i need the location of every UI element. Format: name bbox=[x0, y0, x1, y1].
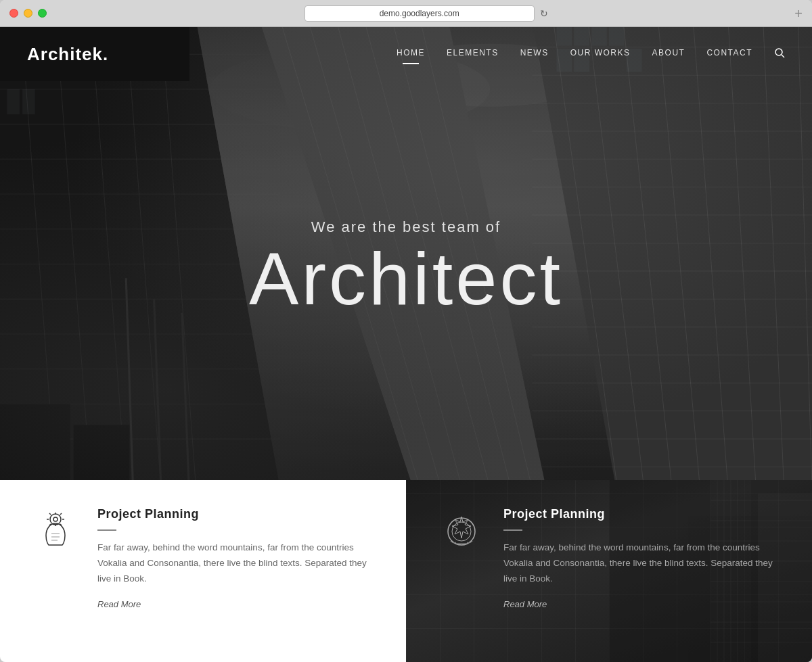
svg-point-85 bbox=[53, 517, 58, 521]
hero-title: Architect bbox=[249, 241, 563, 316]
svg-rect-68 bbox=[0, 404, 70, 480]
close-button[interactable] bbox=[9, 9, 18, 18]
card-text-light: Far far away, behind the word mountains,… bbox=[97, 540, 372, 587]
svg-line-10 bbox=[161, 27, 196, 480]
badge-icon bbox=[440, 510, 483, 553]
hero-text: We are the best team of Architect bbox=[249, 218, 563, 316]
brain-crown-icon bbox=[34, 510, 77, 553]
svg-line-70 bbox=[126, 278, 133, 480]
svg-point-3 bbox=[119, 75, 371, 145]
card-read-more-dark[interactable]: Read More bbox=[503, 599, 547, 609]
card-content-light: Project Planning Far far away, behind th… bbox=[97, 507, 372, 610]
svg-line-31 bbox=[623, 27, 672, 480]
bottom-cards: Project Planning Far far away, behind th… bbox=[0, 480, 812, 662]
nav-contact[interactable]: CONTACT bbox=[706, 48, 752, 60]
svg-rect-69 bbox=[74, 425, 130, 480]
navigation: Architek. HOME ELEMENTS NEWS OUR WORKS A… bbox=[0, 27, 812, 81]
svg-line-71 bbox=[154, 299, 161, 480]
svg-rect-27 bbox=[22, 89, 35, 114]
card-read-more-light[interactable]: Read More bbox=[97, 599, 141, 609]
nav-logo-area: Architek. bbox=[0, 27, 189, 81]
card-content-dark: Project Planning Far far away, behind th… bbox=[503, 507, 778, 610]
hero-section: Architek. HOME ELEMENTS NEWS OUR WORKS A… bbox=[0, 27, 812, 480]
svg-line-34 bbox=[728, 27, 756, 480]
search-icon[interactable] bbox=[774, 47, 785, 61]
mac-window: ↻ + bbox=[0, 0, 812, 662]
card-project-planning-light: Project Planning Far far away, behind th… bbox=[0, 480, 406, 662]
svg-marker-5 bbox=[0, 27, 280, 480]
svg-line-6 bbox=[21, 27, 56, 480]
svg-line-32 bbox=[658, 27, 700, 480]
refresh-icon[interactable]: ↻ bbox=[540, 8, 548, 19]
nav-links: HOME ELEMENTS NEWS OUR WORKS ABOUT CONTA… bbox=[397, 47, 812, 61]
site-logo[interactable]: Architek. bbox=[27, 44, 108, 65]
card-title-dark: Project Planning bbox=[503, 507, 778, 521]
svg-line-30 bbox=[588, 27, 644, 480]
nav-news[interactable]: NEWS bbox=[520, 48, 549, 60]
nav-about[interactable]: ABOUT bbox=[652, 48, 685, 60]
nav-elements[interactable]: ELEMENTS bbox=[447, 48, 499, 60]
card-divider-dark bbox=[503, 529, 522, 531]
url-input[interactable] bbox=[304, 5, 535, 22]
nav-our-works[interactable]: OUR WORKS bbox=[570, 48, 631, 60]
card-project-planning-dark: Project Planning Far far away, behind th… bbox=[406, 480, 812, 662]
svg-line-36 bbox=[798, 27, 812, 480]
add-tab-button[interactable]: + bbox=[794, 7, 803, 20]
hero-subtitle: We are the best team of bbox=[249, 218, 563, 236]
url-bar: ↻ bbox=[58, 5, 794, 22]
svg-line-72 bbox=[182, 313, 189, 480]
svg-line-7 bbox=[56, 27, 91, 480]
svg-point-74 bbox=[775, 49, 782, 55]
card-divider-light bbox=[97, 529, 116, 531]
titlebar: ↻ + bbox=[0, 0, 812, 27]
svg-line-33 bbox=[693, 27, 728, 480]
svg-line-9 bbox=[126, 27, 161, 480]
svg-line-81 bbox=[49, 513, 51, 515]
svg-marker-28 bbox=[532, 27, 812, 480]
minimize-button[interactable] bbox=[24, 9, 32, 18]
nav-home[interactable]: HOME bbox=[397, 48, 425, 60]
svg-line-75 bbox=[782, 55, 784, 57]
window-controls bbox=[9, 9, 47, 18]
svg-line-84 bbox=[60, 513, 62, 515]
maximize-button[interactable] bbox=[38, 9, 47, 18]
site-content: Architek. HOME ELEMENTS NEWS OUR WORKS A… bbox=[0, 27, 812, 662]
card-title-light: Project Planning bbox=[97, 507, 372, 521]
svg-rect-26 bbox=[7, 89, 20, 114]
card-text-dark: Far far away, behind the word mountains,… bbox=[503, 540, 778, 587]
svg-line-35 bbox=[763, 27, 784, 480]
svg-line-8 bbox=[91, 27, 126, 480]
